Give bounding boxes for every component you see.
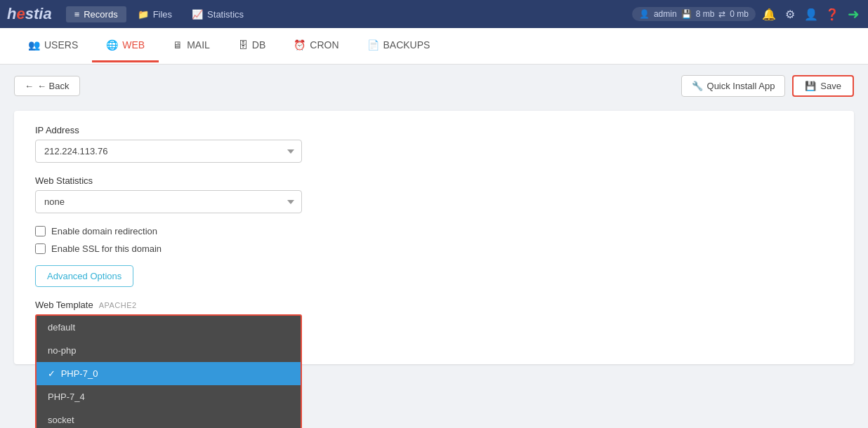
web-template-dropdown-container: default no-php ✓ PHP-7_0 PHP-7_4 socket (35, 314, 302, 337)
subnav-label-mail: MAIL (187, 39, 210, 51)
quick-install-label: Quick Install App (707, 81, 775, 91)
user-icon: 👤 (639, 9, 650, 19)
subnav-db[interactable]: 🗄 DB (224, 29, 280, 62)
wrench-icon: 🔧 (692, 81, 703, 91)
web-statistics-select[interactable]: none (35, 190, 302, 213)
bell-icon[interactable]: 🔔 (761, 6, 777, 22)
dropdown-option-php70[interactable]: ✓ PHP-7_0 (37, 362, 301, 385)
transfer-value: 0 mb (730, 9, 749, 19)
back-button[interactable]: ← ← Back (14, 76, 80, 96)
user-info: 👤 admin 💾 8 mb ⇄ 0 mb (632, 7, 756, 21)
dropdown-option-php70-label: PHP-7_0 (61, 368, 98, 379)
memory-icon: 💾 (681, 9, 692, 19)
ip-address-select[interactable]: 212.224.113.76 (35, 140, 302, 163)
mail-icon: 🖥 (173, 39, 183, 51)
gear-icon[interactable]: ⚙ (782, 6, 798, 22)
back-arrow-icon: ← (25, 81, 34, 91)
backups-icon: 📄 (367, 39, 379, 51)
nav-label-statistics: Statistics (207, 9, 244, 20)
ip-address-group: IP Address 212.224.113.76 (35, 125, 833, 163)
files-icon: 📁 (138, 9, 149, 20)
exit-icon[interactable]: ➜ (846, 6, 861, 22)
username: admin (654, 9, 677, 19)
toolbar: ← ← Back 🔧 Quick Install App 💾 Save (14, 75, 854, 97)
subnav-web[interactable]: 🌐 WEB (92, 29, 159, 62)
nav-items: ≡ Records 📁 Files 📈 Statistics (66, 6, 632, 22)
subnav-label-cron: CRON (310, 39, 338, 51)
ip-address-label: IP Address (35, 125, 833, 135)
top-right-controls: 👤 admin 💾 8 mb ⇄ 0 mb 🔔 ⚙ 👤 ❓ ➜ (632, 6, 861, 22)
advanced-options-button[interactable]: Advanced Options (35, 265, 133, 287)
web-statistics-group: Web Statistics none (35, 175, 833, 213)
save-disk-icon: 💾 (805, 81, 816, 91)
ssl-checkbox-label: Enable SSL for this domain (51, 243, 162, 254)
top-navigation: hestia ≡ Records 📁 Files 📈 Statistics 👤 … (0, 0, 868, 28)
users-icon: 👥 (28, 39, 40, 51)
nav-label-records: Records (84, 9, 117, 20)
nav-label-files: Files (153, 9, 172, 20)
cron-icon: ⏰ (294, 39, 305, 51)
sub-navigation: 👥 USERS 🌐 WEB 🖥 MAIL 🗄 DB ⏰ CRON 📄 BACKU… (0, 28, 868, 65)
save-label: Save (820, 81, 841, 91)
save-button[interactable]: 💾 Save (792, 75, 854, 97)
main-content: ← ← Back 🔧 Quick Install App 💾 Save IP A… (0, 65, 868, 428)
ssl-checkbox-group: Enable SSL for this domain (35, 243, 833, 254)
logo[interactable]: hestia (7, 5, 52, 23)
web-template-label-row: Web Template APACHE2 (35, 300, 833, 310)
dropdown-option-default-label: default (48, 322, 75, 333)
redirect-checkbox-group: Enable domain redirection (35, 226, 833, 236)
dropdown-option-php74-label: PHP-7_4 (48, 392, 85, 402)
subnav-label-web: WEB (122, 39, 145, 51)
nav-item-records[interactable]: ≡ Records (66, 6, 126, 22)
dropdown-option-default[interactable]: default (37, 316, 301, 339)
web-template-dropdown-menu[interactable]: default no-php ✓ PHP-7_0 PHP-7_4 socket (35, 314, 302, 428)
dropdown-option-socket[interactable]: socket (37, 408, 301, 428)
web-statistics-label: Web Statistics (35, 175, 833, 186)
statistics-icon: 📈 (192, 9, 203, 20)
toolbar-right: 🔧 Quick Install App 💾 Save (681, 75, 854, 97)
checkmark-icon: ✓ (48, 368, 58, 379)
redirect-checkbox-label: Enable domain redirection (51, 226, 157, 236)
subnav-users[interactable]: 👥 USERS (14, 29, 92, 62)
subnav-mail[interactable]: 🖥 MAIL (159, 29, 224, 62)
help-icon[interactable]: ❓ (824, 6, 840, 22)
back-label: ← Back (37, 81, 70, 91)
apache-badge: APACHE2 (99, 301, 137, 309)
subnav-label-db: DB (252, 39, 265, 51)
memory-value: 8 mb (696, 9, 715, 19)
subnav-label-users: USERS (44, 39, 78, 51)
dropdown-option-no-php-label: no-php (48, 345, 76, 356)
form-section: IP Address 212.224.113.76 Web Statistics… (14, 111, 854, 364)
transfer-icon: ⇄ (718, 9, 725, 19)
subnav-label-backups: BACKUPS (383, 39, 430, 51)
dropdown-option-socket-label: socket (48, 415, 74, 425)
dropdown-option-no-php[interactable]: no-php (37, 339, 301, 362)
web-template-label: Web Template (35, 300, 93, 310)
db-icon: 🗄 (238, 39, 248, 51)
records-icon: ≡ (74, 9, 80, 20)
nav-item-statistics[interactable]: 📈 Statistics (183, 6, 252, 22)
profile-icon[interactable]: 👤 (803, 6, 819, 22)
nav-item-files[interactable]: 📁 Files (129, 6, 180, 22)
dropdown-option-php74[interactable]: PHP-7_4 (37, 385, 301, 408)
quick-install-button[interactable]: 🔧 Quick Install App (681, 75, 786, 97)
redirect-checkbox[interactable] (35, 226, 46, 236)
web-template-group: Web Template APACHE2 default no-php ✓ (35, 300, 833, 337)
web-icon: 🌐 (106, 39, 118, 51)
advanced-options-label: Advanced Options (47, 271, 121, 281)
ssl-checkbox[interactable] (35, 243, 46, 254)
subnav-backups[interactable]: 📄 BACKUPS (353, 29, 445, 62)
subnav-cron[interactable]: ⏰ CRON (280, 29, 353, 62)
